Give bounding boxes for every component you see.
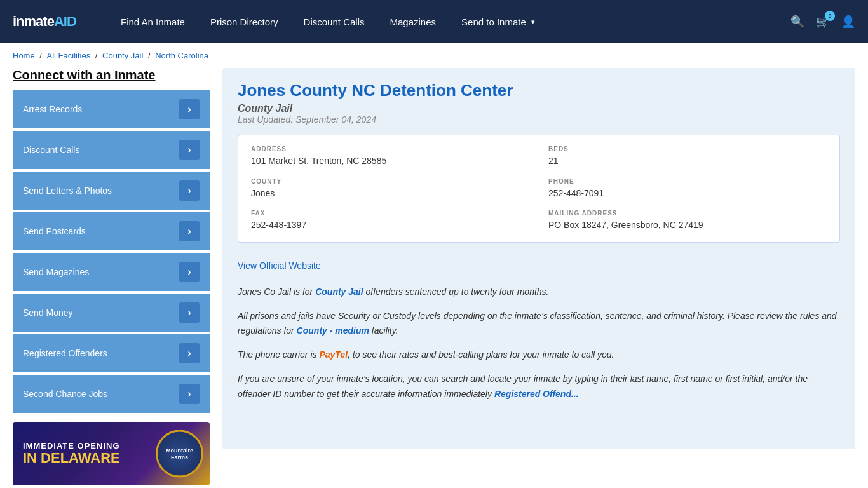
logo-area[interactable]: inmateAID: [13, 13, 102, 30]
ad-text: IMMEDIATE OPENING IN DELAWARE: [23, 441, 120, 466]
ad-delaware-text: IN DELAWARE: [23, 451, 120, 466]
dropdown-arrow-icon: ▾: [531, 18, 535, 26]
phone-value: 252-448-7091: [548, 187, 827, 200]
desc-para-3: The phone carrier is PayTel, to see thei…: [238, 348, 840, 363]
desc-county-medium-link[interactable]: County - medium: [297, 325, 369, 336]
nav-discount-calls[interactable]: Discount Calls: [304, 17, 365, 27]
sidebar-arrow-icon: ›: [179, 99, 200, 119]
last-updated: Last Updated: September 04, 2024: [238, 114, 840, 125]
beds-value: 21: [548, 155, 827, 168]
search-icon[interactable]: 🔍: [790, 15, 804, 29]
nav-magazines[interactable]: Magazines: [390, 17, 436, 27]
main-content: Jones County NC Detention Center County …: [222, 68, 855, 449]
sidebar-item-send-magazines[interactable]: Send Magazines ›: [13, 253, 210, 291]
info-grid: ADDRESS 101 Market St, Trenton, NC 28585…: [238, 135, 840, 243]
sidebar-title: Connect with an Inmate: [13, 68, 210, 83]
desc-para-4: If you are unsure of your inmate’s locat…: [238, 372, 840, 402]
user-icon[interactable]: 👤: [841, 15, 855, 29]
phone-cell: PHONE 252-448-7091: [548, 178, 827, 200]
address-label: ADDRESS: [251, 146, 529, 152]
sidebar-arrow-icon: ›: [179, 302, 200, 323]
mailing-value: PO Box 18247, Greensboro, NC 27419: [548, 219, 827, 232]
cart-badge: 0: [825, 11, 835, 21]
breadcrumb-state[interactable]: North Carolina: [155, 51, 208, 60]
ad-immediate-text: IMMEDIATE OPENING: [23, 441, 120, 451]
sidebar: Connect with an Inmate Arrest Records › …: [13, 68, 210, 485]
county-label: COUNTY: [251, 178, 529, 185]
logo: inmateAID: [13, 13, 76, 30]
header: inmateAID Find An Inmate Prison Director…: [0, 0, 868, 43]
ad-logo: Mountaire Farms: [156, 430, 203, 478]
county-value: Jones: [251, 187, 529, 200]
nav-send-to-inmate[interactable]: Send to Inmate ▾: [461, 17, 535, 27]
sidebar-menu: Arrest Records › Discount Calls › Send L…: [13, 90, 210, 413]
fax-label: FAX: [251, 210, 529, 217]
fax-cell: FAX 252-448-1397: [251, 210, 529, 232]
desc-registered-offenders-link[interactable]: Registered Offend...: [494, 389, 579, 399]
sidebar-arrow-icon: ›: [179, 262, 200, 282]
nav-prison-directory[interactable]: Prison Directory: [210, 17, 278, 27]
sidebar-item-send-letters[interactable]: Send Letters & Photos ›: [13, 172, 210, 210]
desc-county-jail-link[interactable]: County Jail: [315, 287, 363, 297]
view-website-link[interactable]: View Official Website: [238, 261, 321, 271]
mailing-label: MAILING ADDRESS: [548, 210, 827, 217]
address-value: 101 Market St, Trenton, NC 28585: [251, 155, 529, 168]
description-section: Jones Co Jail is for County Jail offende…: [238, 285, 840, 402]
cart-icon[interactable]: 🛒 0: [816, 15, 830, 29]
facility-title: Jones County NC Detention Center: [238, 81, 840, 100]
sidebar-item-arrest-records[interactable]: Arrest Records ›: [13, 90, 210, 128]
beds-label: BEDS: [548, 146, 827, 152]
breadcrumb-county-jail[interactable]: County Jail: [102, 51, 143, 60]
sidebar-item-discount-calls[interactable]: Discount Calls ›: [13, 131, 210, 169]
mailing-cell: MAILING ADDRESS PO Box 18247, Greensboro…: [548, 210, 827, 232]
header-icons: 🔍 🛒 0 👤: [790, 15, 855, 29]
ad-logo-circle: Mountaire Farms: [156, 430, 203, 478]
address-cell: ADDRESS 101 Market St, Trenton, NC 28585: [251, 146, 529, 168]
ad-logo-name: Mountaire Farms: [166, 447, 193, 461]
desc-paytel-link[interactable]: PayTel: [319, 349, 348, 360]
county-cell: COUNTY Jones: [251, 178, 529, 200]
sidebar-item-second-chance-jobs[interactable]: Second Chance Jobs ›: [13, 375, 210, 413]
sidebar-arrow-icon: ›: [179, 343, 200, 363]
fax-value: 252-448-1397: [251, 219, 529, 232]
sidebar-item-registered-offenders[interactable]: Registered Offenders ›: [13, 334, 210, 372]
sidebar-arrow-icon: ›: [179, 140, 200, 160]
sidebar-arrow-icon: ›: [179, 221, 200, 241]
beds-cell: BEDS 21: [548, 146, 827, 168]
sidebar-arrow-icon: ›: [179, 384, 200, 404]
breadcrumb: Home / All Facilities / County Jail / No…: [0, 43, 868, 68]
nav-find-inmate[interactable]: Find An Inmate: [121, 17, 185, 27]
desc-para-2: All prisons and jails have Security or C…: [238, 309, 840, 339]
breadcrumb-home[interactable]: Home: [13, 51, 35, 60]
sidebar-item-send-money[interactable]: Send Money ›: [13, 294, 210, 332]
sidebar-ad[interactable]: IMMEDIATE OPENING IN DELAWARE Mountaire …: [13, 422, 210, 485]
facility-type: County Jail: [238, 103, 840, 114]
phone-label: PHONE: [548, 178, 827, 185]
sidebar-arrow-icon: ›: [179, 180, 200, 201]
sidebar-item-send-postcards[interactable]: Send Postcards ›: [13, 212, 210, 250]
desc-para-1: Jones Co Jail is for County Jail offende…: [238, 285, 840, 300]
breadcrumb-all-facilities[interactable]: All Facilities: [47, 51, 91, 60]
main-nav: Find An Inmate Prison Directory Discount…: [121, 17, 771, 27]
main-layout: Connect with an Inmate Arrest Records › …: [0, 68, 868, 488]
